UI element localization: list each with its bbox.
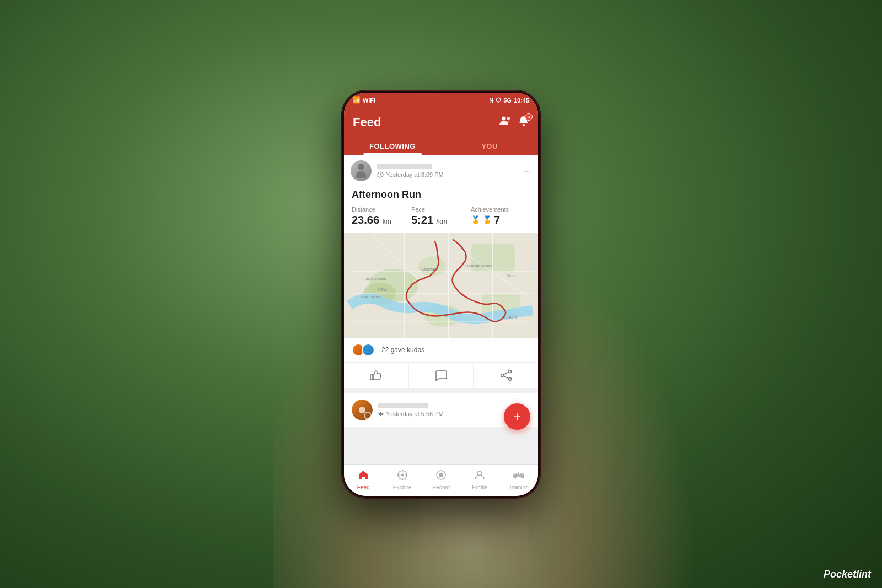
svg-point-0 <box>502 117 506 121</box>
activity-stats: Distance 23.66 km Pace 5:21 /km <box>344 206 538 233</box>
network-type: 5G <box>503 97 512 104</box>
pace-value: 5:21 /km <box>411 214 471 226</box>
status-bar-right: N ⬡ 5G 10:45 <box>489 96 529 104</box>
bottom-nav: Feed Explore <box>344 464 538 496</box>
profile-icon <box>474 470 485 483</box>
app-header: Feed 6 <box>344 108 538 137</box>
username-blurred <box>377 164 432 169</box>
nav-explore[interactable]: Explore <box>383 466 421 494</box>
plus-icon: + <box>513 410 521 423</box>
phone-device: 📶 WiFi N ⬡ 5G 10:45 Feed <box>342 90 540 498</box>
svg-text:tanic Gardens: tanic Gardens <box>366 277 386 280</box>
svg-rect-39 <box>521 474 524 478</box>
app-title: Feed <box>353 115 381 130</box>
activity-map[interactable]: Chiswick Hammersmith KEW River Thames ta… <box>344 233 538 338</box>
achievements-value: 🏅 🏅 7 <box>471 214 530 226</box>
distance-value: 23.66 km <box>352 214 411 226</box>
feed-label: Feed <box>357 484 370 490</box>
distance-label: Distance <box>352 206 411 213</box>
svg-point-27 <box>508 370 511 373</box>
svg-text:Fulham: Fulham <box>504 315 517 319</box>
notification-badge: 6 <box>525 113 533 121</box>
tab-following[interactable]: FOLLOWING <box>344 137 441 155</box>
svg-text:Kens: Kens <box>507 274 515 278</box>
comment-button[interactable] <box>409 363 474 388</box>
training-label: Training <box>509 484 529 490</box>
svg-line-31 <box>503 376 508 378</box>
preview-username-blurred <box>378 403 428 408</box>
status-bar: 📶 WiFi N ⬡ 5G 10:45 <box>344 93 538 108</box>
svg-point-35 <box>439 473 443 477</box>
header-icons: 6 <box>499 115 529 129</box>
svg-point-28 <box>501 374 503 376</box>
nfc-icon: N <box>489 97 493 104</box>
nav-profile[interactable]: Profile <box>460 466 499 494</box>
activity-time: Yesterday at 3:09 PM <box>377 171 518 178</box>
training-icon <box>513 470 524 483</box>
feed-tabs: FOLLOWING YOU <box>344 137 538 155</box>
explore-label: Explore <box>393 484 412 490</box>
record-icon <box>435 470 447 483</box>
notification-icon[interactable]: 6 <box>518 115 529 129</box>
profile-label: Profile <box>472 484 487 490</box>
kudos-button[interactable] <box>344 363 409 388</box>
user-avatar[interactable] <box>351 160 372 181</box>
svg-point-29 <box>508 377 511 380</box>
card-header: Yesterday at 3:09 PM ··· <box>344 155 538 187</box>
kudos-text: 22 gave kudos <box>381 346 424 354</box>
share-button[interactable] <box>474 363 538 388</box>
kudos-avatars <box>352 343 372 357</box>
watermark: Pocketlint <box>824 569 871 580</box>
pace-label: Pace <box>411 206 471 213</box>
svg-rect-38 <box>514 474 516 478</box>
achievements-label: Achievements <box>471 206 530 213</box>
tab-you[interactable]: YOU <box>441 137 538 155</box>
stat-achievements: Achievements 🏅 🏅 7 <box>471 206 530 226</box>
wifi-icon: WiFi <box>363 97 375 104</box>
svg-point-2 <box>523 124 525 126</box>
card-meta: Yesterday at 3:09 PM <box>377 164 518 178</box>
svg-text:River Thames: River Thames <box>361 295 381 299</box>
people-icon[interactable] <box>499 116 512 128</box>
stat-pace: Pace 5:21 /km <box>411 206 471 226</box>
preview-avatar <box>352 400 373 420</box>
stat-distance: Distance 23.66 km <box>352 206 411 226</box>
svg-point-1 <box>507 117 510 120</box>
svg-line-30 <box>503 372 508 374</box>
more-options-button[interactable]: ··· <box>523 166 531 175</box>
svg-text:KEW: KEW <box>378 288 387 292</box>
nav-training[interactable]: Training <box>499 466 538 494</box>
feed-content: Yesterday at 3:09 PM ··· Afternoon Run D… <box>344 155 538 464</box>
kudos-bar: 22 gave kudos <box>344 338 538 363</box>
svg-text:Hammersmith: Hammersmith <box>465 263 493 268</box>
nav-feed[interactable]: Feed <box>344 466 383 494</box>
activity-title: Afternoon Run <box>344 187 538 206</box>
svg-point-33 <box>401 474 404 477</box>
nav-record[interactable]: Record <box>422 466 460 494</box>
bluetooth-icon: ⬡ <box>496 96 501 104</box>
kudos-avatar-2 <box>362 343 375 357</box>
status-bar-left: 📶 WiFi <box>353 96 375 104</box>
action-buttons <box>344 363 538 389</box>
explore-icon <box>397 470 408 483</box>
activity-card: Yesterday at 3:09 PM ··· Afternoon Run D… <box>344 155 538 389</box>
record-label: Record <box>432 484 450 490</box>
clock: 10:45 <box>514 97 529 104</box>
record-fab-button[interactable]: + <box>504 403 530 430</box>
signal-indicator: 📶 <box>353 96 361 104</box>
home-icon <box>358 470 369 483</box>
